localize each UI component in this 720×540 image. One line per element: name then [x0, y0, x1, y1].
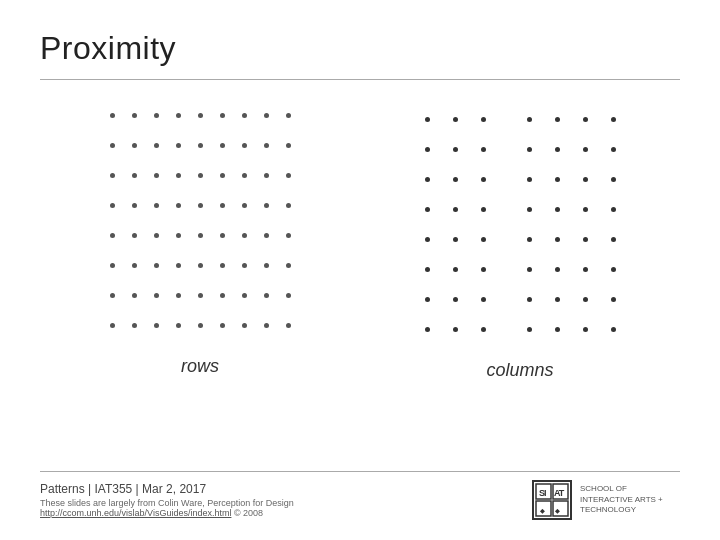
footer-divider [40, 471, 680, 472]
dot-cell [441, 314, 469, 344]
dot-cell [101, 220, 123, 250]
dot [583, 267, 588, 272]
dot [110, 203, 115, 208]
dot [481, 177, 486, 182]
dot-cell [515, 164, 543, 194]
dot [242, 233, 247, 238]
dot-cell [167, 160, 189, 190]
dot [583, 177, 588, 182]
dot-cell [145, 100, 167, 130]
right-dot-wrapper [413, 104, 627, 344]
dot-cell [599, 224, 627, 254]
dot [176, 323, 181, 328]
dot [286, 113, 291, 118]
dot [198, 263, 203, 268]
dot-cell [515, 284, 543, 314]
dot [453, 147, 458, 152]
dot-cell [543, 134, 571, 164]
dot-cell [255, 130, 277, 160]
title-divider [40, 79, 680, 80]
right-col-group-left [413, 104, 497, 344]
dot [527, 147, 532, 152]
dot-cell [233, 100, 255, 130]
dot [481, 147, 486, 152]
dot [481, 297, 486, 302]
dot [453, 267, 458, 272]
dot-cell [277, 250, 299, 280]
dot-cell [599, 164, 627, 194]
dot-cell [167, 130, 189, 160]
dot-cell [167, 190, 189, 220]
dot [220, 293, 225, 298]
credit-link[interactable]: http://ccom.unh.edu/vislab/VisGuides/ind… [40, 508, 231, 518]
dot-cell [145, 280, 167, 310]
dot-cell [167, 250, 189, 280]
dot-cell [571, 164, 599, 194]
dot-cell [413, 194, 441, 224]
dot [555, 117, 560, 122]
dot-cell [211, 250, 233, 280]
dot-cell [599, 284, 627, 314]
dot-cell [413, 224, 441, 254]
dot [555, 237, 560, 242]
dot-cell [233, 280, 255, 310]
dot-cell [211, 160, 233, 190]
dot [154, 203, 159, 208]
dot [555, 297, 560, 302]
dot-cell [413, 164, 441, 194]
dot [110, 173, 115, 178]
footer: Patterns | IAT355 | Mar 2, 2017 These sl… [40, 480, 680, 520]
dot [286, 323, 291, 328]
footer-meta: Patterns | IAT355 | Mar 2, 2017 [40, 482, 294, 496]
dot-cell [211, 220, 233, 250]
dot [611, 207, 616, 212]
dot-cell [571, 104, 599, 134]
dot [264, 323, 269, 328]
dot [481, 237, 486, 242]
dot-cell [167, 100, 189, 130]
dot [583, 117, 588, 122]
dot [154, 143, 159, 148]
logo-text: SCHOOL OF INTERACTIVE ARTS + TECHNOLOGY [580, 484, 680, 515]
dot-cell [441, 224, 469, 254]
dot-cell [189, 100, 211, 130]
dot [110, 113, 115, 118]
dot-cell [123, 190, 145, 220]
dot [611, 237, 616, 242]
left-dot-grid [101, 100, 299, 340]
dot-cell [255, 190, 277, 220]
dot-cell [599, 254, 627, 284]
dot-cell [277, 280, 299, 310]
dot-cell [145, 190, 167, 220]
dot [555, 147, 560, 152]
dot [242, 203, 247, 208]
dot-cell [101, 250, 123, 280]
logo-svg: SI AT ◆ ◆ [535, 483, 569, 517]
dot [583, 327, 588, 332]
dot-cell [277, 220, 299, 250]
dot-cell [233, 130, 255, 160]
dot-cell [571, 254, 599, 284]
dot-cell [469, 194, 497, 224]
content-area: rows columns [40, 100, 680, 471]
dot-cell [469, 284, 497, 314]
dot-cell [211, 100, 233, 130]
dot-cell [515, 194, 543, 224]
dot [481, 327, 486, 332]
dot [198, 113, 203, 118]
dot-cell [571, 194, 599, 224]
dot [154, 263, 159, 268]
dot-cell [255, 280, 277, 310]
dot [611, 297, 616, 302]
logo-icon: SI AT ◆ ◆ [532, 480, 572, 520]
dot-cell [167, 310, 189, 340]
dot [611, 147, 616, 152]
dot-cell [211, 130, 233, 160]
dot [611, 267, 616, 272]
dot [425, 237, 430, 242]
dot-cell [255, 220, 277, 250]
dot [176, 263, 181, 268]
dot [555, 327, 560, 332]
dot [481, 117, 486, 122]
dot [132, 203, 137, 208]
